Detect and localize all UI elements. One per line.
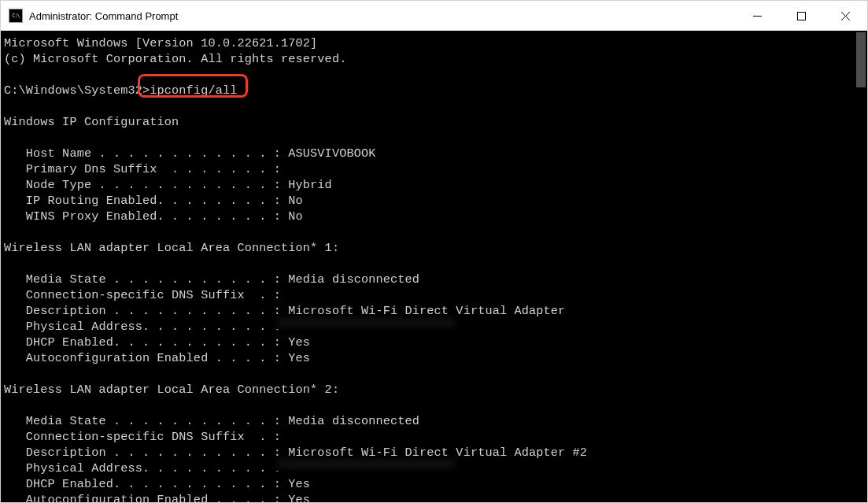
redaction-box — [275, 316, 458, 329]
minimize-button[interactable] — [735, 1, 779, 31]
window-controls — [735, 1, 867, 31]
terminal-area: Microsoft Windows [Version 10.0.22621.17… — [1, 31, 867, 502]
command-prompt-window: C:\ Administrator: Command Prompt Micros… — [0, 0, 868, 503]
maximize-button[interactable] — [779, 1, 823, 31]
cmd-icon: C:\ — [9, 9, 23, 23]
window-title: Administrator: Command Prompt — [29, 10, 735, 22]
titlebar[interactable]: C:\ Administrator: Command Prompt — [1, 1, 867, 31]
svg-rect-0 — [797, 12, 805, 20]
redaction-box — [275, 457, 458, 471]
scrollbar-thumb[interactable] — [856, 32, 866, 87]
terminal-output[interactable]: Microsoft Windows [Version 10.0.22621.17… — [1, 31, 867, 502]
close-button[interactable] — [823, 1, 867, 31]
scrollbar[interactable] — [855, 31, 867, 502]
